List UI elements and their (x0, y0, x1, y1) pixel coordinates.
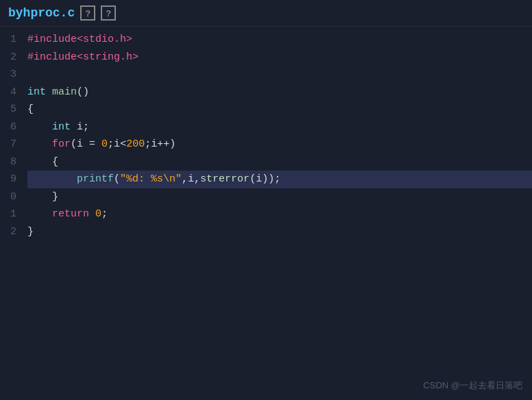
line-number: 1 (0, 205, 16, 223)
code-content[interactable]: #include<stdio.h> #include<string.h> int… (25, 27, 532, 400)
line-number: 4 (0, 84, 16, 101)
icon1[interactable]: ? (80, 5, 95, 21)
code-line-9: printf("%d: %s\n",i,strerror(i)); (27, 171, 532, 188)
code-line-12: } (27, 223, 532, 241)
watermark-text: CSDN @一起去看日落吧 (423, 379, 522, 392)
line-number: 9 (0, 171, 16, 188)
line-number: 2 (0, 223, 16, 241)
title-bar: byhproc.c ? ? (0, 0, 532, 27)
line-number: 2 (0, 49, 16, 66)
code-line-6: int i; (27, 118, 532, 136)
icon2[interactable]: ? (101, 5, 116, 21)
line-number: 3 (0, 66, 16, 84)
code-line-11: return 0; (27, 205, 532, 223)
editor-container: byhproc.c ? ? 1 2 3 4 5 6 7 8 9 0 1 2 #i… (0, 0, 532, 400)
code-area: 1 2 3 4 5 6 7 8 9 0 1 2 #include<stdio.h… (0, 27, 532, 400)
filename-label: byhproc.c (8, 6, 75, 20)
line-number: 0 (0, 188, 16, 206)
code-line-2: #include<string.h> (27, 49, 532, 66)
code-line-1: #include<stdio.h> (27, 31, 532, 49)
line-numbers: 1 2 3 4 5 6 7 8 9 0 1 2 (0, 27, 25, 400)
line-number: 8 (0, 153, 16, 171)
line-number: 1 (0, 31, 16, 49)
code-line-5: { (27, 101, 532, 118)
line-number: 6 (0, 118, 16, 136)
code-line-10: } (27, 188, 532, 206)
code-line-7: for(i = 0;i<200;i++) (27, 136, 532, 153)
code-line-8: { (27, 153, 532, 171)
line-number: 5 (0, 101, 16, 118)
code-line-4: int main() (27, 84, 532, 101)
line-number: 7 (0, 136, 16, 153)
code-line-3 (27, 66, 532, 84)
